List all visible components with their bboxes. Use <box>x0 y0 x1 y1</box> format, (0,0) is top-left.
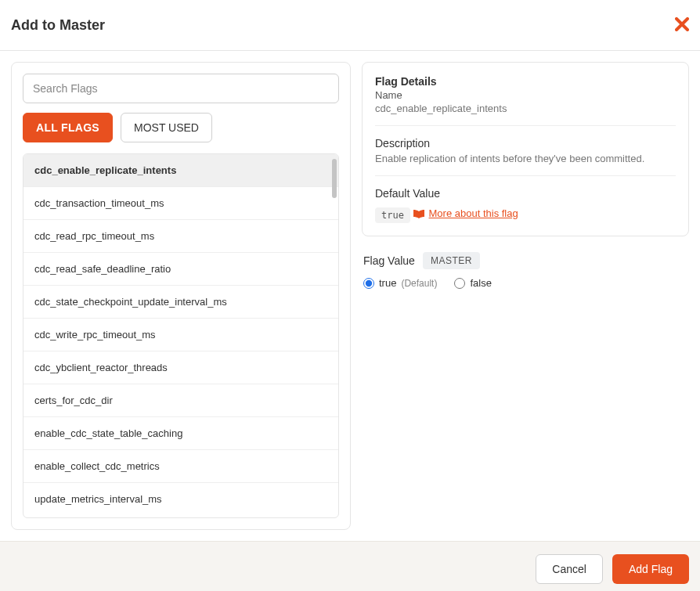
more-link-text: More about this flag <box>429 207 518 219</box>
details-default-value: true <box>375 207 410 223</box>
flag-list-item[interactable]: enable_cdc_state_table_caching <box>23 417 338 450</box>
flag-list-item[interactable]: cdc_enable_replicate_intents <box>23 154 338 187</box>
flag-value-header: Flag Value MASTER <box>363 252 687 269</box>
flag-details-card: Flag Details Name cdc_enable_replicate_i… <box>362 62 689 236</box>
details-default-label: Default Value <box>375 187 676 200</box>
flag-list-wrapper: cdc_enable_replicate_intentscdc_transact… <box>23 153 339 518</box>
radio-false-option[interactable]: false <box>454 277 491 289</box>
details-heading: Flag Details <box>375 75 676 88</box>
cancel-button[interactable]: Cancel <box>536 554 603 584</box>
modal-body: ALL FLAGS MOST USED cdc_enable_replicate… <box>0 51 700 541</box>
flag-list-item[interactable]: cdc_ybclient_reactor_threads <box>23 351 338 384</box>
add-flag-button[interactable]: Add Flag <box>612 554 689 584</box>
radio-true-label: true <box>379 277 396 289</box>
scrollbar-thumb[interactable] <box>332 159 337 198</box>
modal-title: Add to Master <box>11 17 105 34</box>
flag-list-item[interactable]: certs_for_cdc_dir <box>23 384 338 417</box>
divider <box>375 125 676 126</box>
flag-list-item[interactable]: cdc_write_rpc_timeout_ms <box>23 319 338 351</box>
details-panel: Flag Details Name cdc_enable_replicate_i… <box>362 62 689 530</box>
tab-all-flags[interactable]: ALL FLAGS <box>23 113 113 142</box>
radio-default-suffix: (Default) <box>401 278 437 289</box>
flag-list-item[interactable]: enable_collect_cdc_metrics <box>23 450 338 483</box>
details-name-label: Name <box>375 89 676 101</box>
more-about-flag-link[interactable]: More about this flag <box>413 207 518 219</box>
details-name-value: cdc_enable_replicate_intents <box>375 103 676 114</box>
close-icon[interactable] <box>675 14 689 36</box>
flag-list-item[interactable]: cdc_transaction_timeout_ms <box>23 187 338 220</box>
search-input[interactable] <box>23 74 339 103</box>
scope-badge: MASTER <box>423 252 480 269</box>
flag-list-item[interactable]: cdc_state_checkpoint_update_interval_ms <box>23 286 338 319</box>
details-description-label: Description <box>375 137 676 150</box>
modal-footer: Cancel Add Flag <box>0 541 700 591</box>
flag-list-item[interactable]: update_metrics_interval_ms <box>23 483 338 515</box>
radio-false-label: false <box>470 277 491 289</box>
flag-value-section: Flag Value MASTER true (Default) false <box>362 252 689 289</box>
radio-false-input[interactable] <box>454 278 465 289</box>
details-description-value: Enable replication of intents before the… <box>375 153 676 164</box>
flag-list-item[interactable]: cdc_read_safe_deadline_ratio <box>23 253 338 286</box>
flag-list-item[interactable]: cdc_read_rpc_timeout_ms <box>23 220 338 253</box>
modal-header: Add to Master <box>0 0 700 51</box>
tab-row: ALL FLAGS MOST USED <box>23 113 339 142</box>
radio-true-option[interactable]: true (Default) <box>363 277 437 289</box>
book-icon <box>413 209 424 218</box>
radio-true-input[interactable] <box>363 278 374 289</box>
radio-row: true (Default) false <box>363 277 687 289</box>
flag-list[interactable]: cdc_enable_replicate_intentscdc_transact… <box>23 154 338 517</box>
flag-value-title: Flag Value <box>363 254 415 267</box>
tab-most-used[interactable]: MOST USED <box>121 113 212 142</box>
flag-list-panel: ALL FLAGS MOST USED cdc_enable_replicate… <box>11 62 351 530</box>
divider <box>375 175 676 176</box>
